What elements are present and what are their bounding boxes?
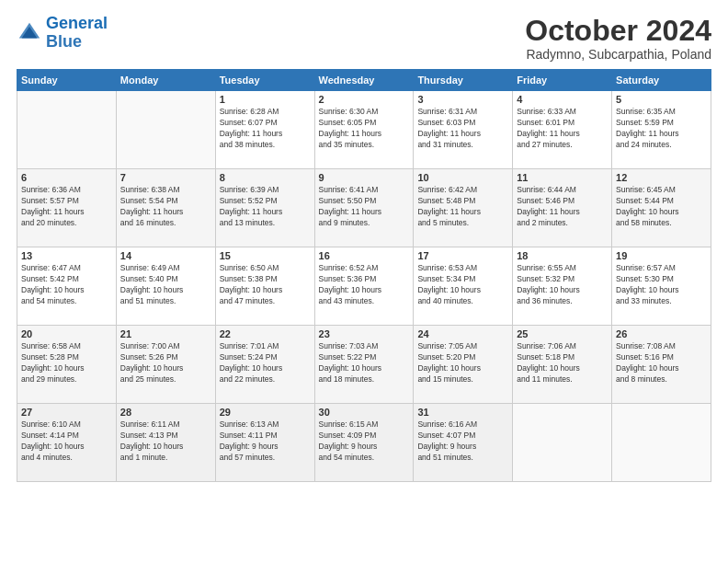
calendar-week-row: 27Sunrise: 6:10 AM Sunset: 4:14 PM Dayli… — [17, 404, 711, 482]
day-info: Sunrise: 6:15 AM Sunset: 4:09 PM Dayligh… — [319, 419, 410, 464]
day-number: 10 — [417, 172, 508, 183]
col-thursday: Thursday — [414, 70, 513, 91]
table-row: 2Sunrise: 6:30 AM Sunset: 6:05 PM Daylig… — [314, 91, 414, 169]
table-row: 5Sunrise: 6:35 AM Sunset: 5:59 PM Daylig… — [612, 91, 711, 169]
logo-text: General Blue — [46, 15, 108, 52]
table-row: 16Sunrise: 6:52 AM Sunset: 5:36 PM Dayli… — [314, 247, 414, 326]
day-info: Sunrise: 6:16 AM Sunset: 4:07 PM Dayligh… — [417, 419, 508, 464]
day-info: Sunrise: 6:36 AM Sunset: 5:57 PM Dayligh… — [21, 185, 112, 229]
table-row — [612, 404, 711, 482]
table-row: 22Sunrise: 7:01 AM Sunset: 5:24 PM Dayli… — [215, 326, 314, 404]
day-number: 9 — [319, 172, 410, 183]
day-number: 14 — [120, 250, 211, 261]
table-row: 8Sunrise: 6:39 AM Sunset: 5:52 PM Daylig… — [215, 169, 314, 247]
table-row: 20Sunrise: 6:58 AM Sunset: 5:28 PM Dayli… — [17, 326, 117, 404]
table-row: 27Sunrise: 6:10 AM Sunset: 4:14 PM Dayli… — [17, 404, 117, 482]
day-info: Sunrise: 7:01 AM Sunset: 5:24 PM Dayligh… — [220, 341, 311, 385]
calendar-week-row: 20Sunrise: 6:58 AM Sunset: 5:28 PM Dayli… — [17, 326, 711, 404]
calendar-week-row: 13Sunrise: 6:47 AM Sunset: 5:42 PM Dayli… — [17, 247, 711, 326]
day-number: 24 — [417, 328, 508, 339]
table-row: 12Sunrise: 6:45 AM Sunset: 5:44 PM Dayli… — [612, 169, 711, 247]
day-number: 22 — [220, 328, 311, 339]
day-info: Sunrise: 6:57 AM Sunset: 5:30 PM Dayligh… — [616, 263, 707, 307]
day-info: Sunrise: 6:52 AM Sunset: 5:36 PM Dayligh… — [319, 263, 410, 307]
day-number: 1 — [220, 94, 311, 105]
day-number: 13 — [21, 250, 112, 261]
logo-icon — [17, 20, 42, 46]
day-info: Sunrise: 6:50 AM Sunset: 5:38 PM Dayligh… — [220, 263, 311, 307]
table-row: 9Sunrise: 6:41 AM Sunset: 5:50 PM Daylig… — [314, 169, 414, 247]
location-subtitle: Radymno, Subcarpathia, Poland — [525, 47, 711, 62]
day-number: 29 — [220, 407, 311, 418]
col-saturday: Saturday — [612, 70, 711, 91]
day-info: Sunrise: 6:45 AM Sunset: 5:44 PM Dayligh… — [616, 185, 707, 229]
table-row — [17, 91, 117, 169]
day-number: 4 — [517, 94, 608, 105]
table-row: 13Sunrise: 6:47 AM Sunset: 5:42 PM Dayli… — [17, 247, 117, 326]
table-row: 15Sunrise: 6:50 AM Sunset: 5:38 PM Dayli… — [215, 247, 314, 326]
day-number: 18 — [517, 250, 608, 261]
table-row: 14Sunrise: 6:49 AM Sunset: 5:40 PM Dayli… — [116, 247, 215, 326]
table-row: 25Sunrise: 7:06 AM Sunset: 5:18 PM Dayli… — [513, 326, 612, 404]
table-row — [513, 404, 612, 482]
day-info: Sunrise: 6:11 AM Sunset: 4:13 PM Dayligh… — [120, 419, 211, 464]
day-info: Sunrise: 7:00 AM Sunset: 5:26 PM Dayligh… — [120, 341, 211, 385]
col-wednesday: Wednesday — [314, 70, 414, 91]
table-row: 7Sunrise: 6:38 AM Sunset: 5:54 PM Daylig… — [116, 169, 215, 247]
day-info: Sunrise: 6:33 AM Sunset: 6:01 PM Dayligh… — [517, 107, 608, 151]
table-row: 19Sunrise: 6:57 AM Sunset: 5:30 PM Dayli… — [612, 247, 711, 326]
table-row: 26Sunrise: 7:08 AM Sunset: 5:16 PM Dayli… — [612, 326, 711, 404]
day-number: 20 — [21, 328, 112, 339]
day-number: 25 — [517, 328, 608, 339]
day-number: 15 — [220, 250, 311, 261]
day-info: Sunrise: 7:03 AM Sunset: 5:22 PM Dayligh… — [319, 341, 410, 385]
day-number: 23 — [319, 328, 410, 339]
day-number: 8 — [220, 172, 311, 183]
table-row: 24Sunrise: 7:05 AM Sunset: 5:20 PM Dayli… — [414, 326, 513, 404]
day-info: Sunrise: 6:44 AM Sunset: 5:46 PM Dayligh… — [517, 185, 608, 229]
logo-general: General — [46, 14, 108, 32]
table-row: 1Sunrise: 6:28 AM Sunset: 6:07 PM Daylig… — [215, 91, 314, 169]
table-row: 6Sunrise: 6:36 AM Sunset: 5:57 PM Daylig… — [17, 169, 117, 247]
day-number: 11 — [517, 172, 608, 183]
day-info: Sunrise: 6:30 AM Sunset: 6:05 PM Dayligh… — [319, 107, 410, 151]
day-info: Sunrise: 6:42 AM Sunset: 5:48 PM Dayligh… — [417, 185, 508, 229]
day-info: Sunrise: 6:10 AM Sunset: 4:14 PM Dayligh… — [21, 419, 112, 464]
calendar-week-row: 1Sunrise: 6:28 AM Sunset: 6:07 PM Daylig… — [17, 91, 711, 169]
table-row: 28Sunrise: 6:11 AM Sunset: 4:13 PM Dayli… — [116, 404, 215, 482]
header: General Blue October 2024 Radymno, Subca… — [17, 15, 711, 62]
day-info: Sunrise: 6:38 AM Sunset: 5:54 PM Dayligh… — [120, 185, 211, 229]
table-row: 30Sunrise: 6:15 AM Sunset: 4:09 PM Dayli… — [314, 404, 414, 482]
day-info: Sunrise: 7:08 AM Sunset: 5:16 PM Dayligh… — [616, 341, 707, 385]
day-info: Sunrise: 6:49 AM Sunset: 5:40 PM Dayligh… — [120, 263, 211, 307]
col-friday: Friday — [513, 70, 612, 91]
day-number: 6 — [21, 172, 112, 183]
title-block: October 2024 Radymno, Subcarpathia, Pola… — [525, 15, 711, 62]
month-title: October 2024 — [525, 15, 711, 47]
col-sunday: Sunday — [17, 70, 117, 91]
day-info: Sunrise: 6:55 AM Sunset: 5:32 PM Dayligh… — [517, 263, 608, 307]
day-info: Sunrise: 6:58 AM Sunset: 5:28 PM Dayligh… — [21, 341, 112, 385]
day-info: Sunrise: 7:06 AM Sunset: 5:18 PM Dayligh… — [517, 341, 608, 385]
day-number: 17 — [417, 250, 508, 261]
table-row — [116, 91, 215, 169]
table-row: 17Sunrise: 6:53 AM Sunset: 5:34 PM Dayli… — [414, 247, 513, 326]
day-info: Sunrise: 7:05 AM Sunset: 5:20 PM Dayligh… — [417, 341, 508, 385]
day-number: 3 — [417, 94, 508, 105]
col-monday: Monday — [116, 70, 215, 91]
logo: General Blue — [17, 15, 108, 52]
day-number: 27 — [21, 407, 112, 418]
calendar-table: Sunday Monday Tuesday Wednesday Thursday… — [17, 69, 711, 482]
day-info: Sunrise: 6:13 AM Sunset: 4:11 PM Dayligh… — [220, 419, 311, 464]
calendar-week-row: 6Sunrise: 6:36 AM Sunset: 5:57 PM Daylig… — [17, 169, 711, 247]
day-number: 5 — [616, 94, 707, 105]
day-info: Sunrise: 6:28 AM Sunset: 6:07 PM Dayligh… — [220, 107, 311, 151]
day-number: 2 — [319, 94, 410, 105]
day-info: Sunrise: 6:41 AM Sunset: 5:50 PM Dayligh… — [319, 185, 410, 229]
day-number: 16 — [319, 250, 410, 261]
page: General Blue October 2024 Radymno, Subca… — [0, 0, 728, 563]
table-row: 23Sunrise: 7:03 AM Sunset: 5:22 PM Dayli… — [314, 326, 414, 404]
day-number: 7 — [120, 172, 211, 183]
day-number: 31 — [417, 407, 508, 418]
day-info: Sunrise: 6:47 AM Sunset: 5:42 PM Dayligh… — [21, 263, 112, 307]
